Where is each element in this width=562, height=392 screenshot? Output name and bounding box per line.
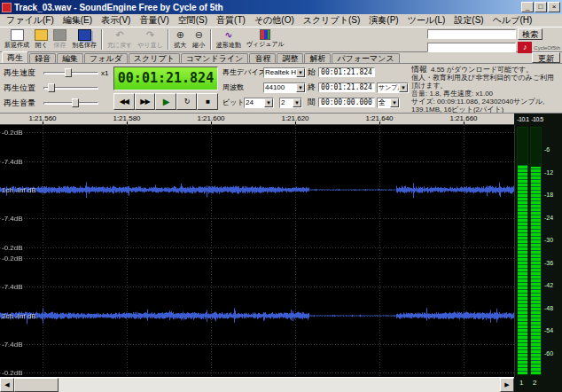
- tab-command-line[interactable]: コマンドライン: [181, 53, 248, 63]
- wave-link-icon: [222, 29, 235, 41]
- meter-peak-readouts: -10.1 -10.5: [514, 114, 562, 125]
- dropdown-arrow-icon[interactable]: ▼: [264, 98, 273, 107]
- tab-record[interactable]: 録音: [29, 53, 56, 63]
- toolbar-button-label: 保存: [54, 41, 66, 50]
- visual-button[interactable]: ヴィジュアル: [244, 28, 287, 50]
- toolbar-separator: [101, 29, 103, 50]
- toolbar-button-label: 別名保存: [72, 41, 97, 50]
- db-label: -0.2dB: [2, 129, 23, 137]
- soundengine-window: Track_03.wav - SoundEngine Free by Cycle…: [0, 0, 562, 392]
- search-button[interactable]: 検索: [518, 28, 542, 40]
- menu-item[interactable]: 表示(V): [97, 14, 135, 27]
- playback-position-label: 再生位置: [4, 82, 41, 94]
- db-label: -7.4dB: [2, 341, 23, 349]
- title-bar[interactable]: Track_03.wav - SoundEngine Free by Cycle…: [0, 0, 562, 14]
- playback-speed-value: x1: [101, 69, 108, 77]
- info-label: 情報: [411, 66, 427, 74]
- slider-thumb[interactable]: [72, 98, 79, 107]
- device-select[interactable]: Realtek HD A ▼: [263, 67, 306, 78]
- scrollbar-thumb[interactable]: [14, 378, 59, 392]
- bit-value: 24: [245, 98, 264, 106]
- dropdown-arrow-icon[interactable]: ▼: [390, 98, 399, 107]
- selection-panel: 始 00:01:21.824 終 00:01:21.824 サンプル ▼ 間 0…: [308, 64, 410, 114]
- menu-item[interactable]: 演奏(P): [364, 14, 402, 27]
- close-button[interactable]: ×: [548, 2, 560, 12]
- waveform-display[interactable]: -0.2dB-7.4dB1ch -Inf dB-7.4dB-0.2dB-0.2d…: [0, 125, 514, 377]
- menu-item[interactable]: スクリプト(S): [299, 14, 365, 27]
- toolbar-button-label: 拡大: [174, 41, 186, 50]
- meter-scale-tick: -18: [544, 192, 553, 198]
- waveform-canvas[interactable]: [0, 125, 514, 377]
- skip-back-button[interactable]: ◀◀: [113, 93, 135, 110]
- tab-script[interactable]: スクリプト: [129, 53, 180, 63]
- scroll-right-arrow-icon[interactable]: ▶: [500, 378, 514, 392]
- channel-select[interactable]: 2 ▼: [279, 98, 302, 108]
- bit-select[interactable]: 24 ▼: [244, 98, 274, 108]
- new-file-button[interactable]: 新規作成: [2, 28, 32, 51]
- save-as-button[interactable]: 別名保存: [69, 28, 99, 51]
- ruler-tickmark: [43, 122, 43, 124]
- slider-thumb[interactable]: [65, 68, 72, 77]
- tab-analysis[interactable]: 解析: [304, 53, 331, 63]
- menu-item[interactable]: その他(O): [250, 14, 299, 27]
- frequency-label: 周波数: [222, 82, 263, 92]
- selection-start-field[interactable]: 00:01:21.824: [318, 67, 375, 77]
- selection-end-field[interactable]: 00:01:21.824: [318, 82, 375, 92]
- tab-pitch[interactable]: 音程: [249, 53, 276, 63]
- slider-thumb[interactable]: [48, 83, 55, 92]
- tab-performance[interactable]: パフォーマンス: [332, 53, 399, 63]
- menu-item[interactable]: 音質(T): [212, 14, 250, 27]
- tab-play[interactable]: 再生: [2, 51, 28, 63]
- unit-select[interactable]: サンプル ▼: [377, 82, 409, 93]
- minimize-button[interactable]: _: [521, 2, 534, 12]
- search-input-2[interactable]: [427, 43, 516, 52]
- skip-forward-button[interactable]: ▶▶: [135, 93, 156, 110]
- loop-button[interactable]: ↻: [176, 93, 198, 110]
- playback-speed-slider[interactable]: [43, 67, 98, 78]
- wave-link-button[interactable]: 波形連動: [214, 28, 244, 51]
- menu-item[interactable]: 音量(V): [135, 14, 173, 27]
- update-button[interactable]: 更新: [532, 52, 560, 63]
- menu-item[interactable]: ヘルプ(H): [488, 14, 537, 27]
- dropdown-arrow-icon[interactable]: ▼: [296, 83, 305, 92]
- menu-item[interactable]: 編集(E): [59, 14, 97, 27]
- dropdown-arrow-icon[interactable]: ▼: [296, 68, 305, 77]
- selection-length-field[interactable]: 00:00:00.000: [318, 98, 375, 107]
- toolbar-button-label: 波形連動: [216, 41, 241, 50]
- frequency-value: 44100: [264, 83, 296, 91]
- info-line: 音量: 1.8, 再生速度: x1.00: [411, 90, 560, 98]
- menu-item[interactable]: ツール(L): [403, 14, 450, 27]
- meter-scale-tick: -12: [544, 169, 553, 176]
- playback-position-slider[interactable]: [43, 82, 98, 93]
- range-select[interactable]: 全 ▼: [377, 98, 400, 108]
- search-input-1[interactable]: [427, 29, 516, 39]
- toolbar-button-label: ヴィジュアル: [246, 40, 285, 49]
- menu-item[interactable]: 設定(S): [449, 14, 488, 27]
- tab-edit[interactable]: 編集: [57, 53, 83, 63]
- maximize-button[interactable]: □: [535, 2, 547, 12]
- dropdown-arrow-icon[interactable]: ▼: [293, 98, 301, 107]
- toolbar-buttons: 新規作成開く保存別名保存元に戻すやり直し拡大縮小波形連動ヴィジュアル: [2, 28, 287, 51]
- tab-adjust[interactable]: 調整: [277, 53, 303, 63]
- meter-scale-tick: -60: [544, 350, 553, 357]
- dropdown-arrow-icon[interactable]: ▼: [399, 83, 408, 92]
- scroll-row: ◀ ▶ 1 2: [0, 377, 562, 392]
- menu-item[interactable]: ファイル(F): [2, 14, 59, 27]
- frequency-select[interactable]: 44100 ▼: [263, 82, 306, 93]
- play-button[interactable]: ▶: [155, 93, 176, 110]
- time-ruler[interactable]: 1:21.5601:21.5801:21.6001:21.6201:21.640…: [0, 114, 514, 125]
- channel-2-label: 2: [533, 379, 536, 387]
- ruler-row: 1:21.5601:21.5801:21.6001:21.6201:21.640…: [0, 114, 562, 125]
- scroll-left-arrow-icon[interactable]: ◀: [0, 378, 14, 392]
- horizontal-scrollbar[interactable]: ◀ ▶: [0, 377, 514, 392]
- stop-button[interactable]: ■: [197, 93, 218, 110]
- menu-item[interactable]: 空間(S): [174, 14, 212, 27]
- zoom-in-button[interactable]: 拡大: [171, 28, 190, 51]
- zoom-out-button[interactable]: 縮小: [190, 28, 208, 51]
- ruler-tickmark: [211, 122, 212, 124]
- db-label: -0.2dB: [2, 255, 23, 263]
- playback-volume-slider[interactable]: [43, 98, 98, 108]
- ruler-tickmark: [127, 122, 128, 124]
- tab-folder[interactable]: フォルダ: [84, 53, 128, 63]
- open-folder-button[interactable]: 開く: [32, 28, 51, 51]
